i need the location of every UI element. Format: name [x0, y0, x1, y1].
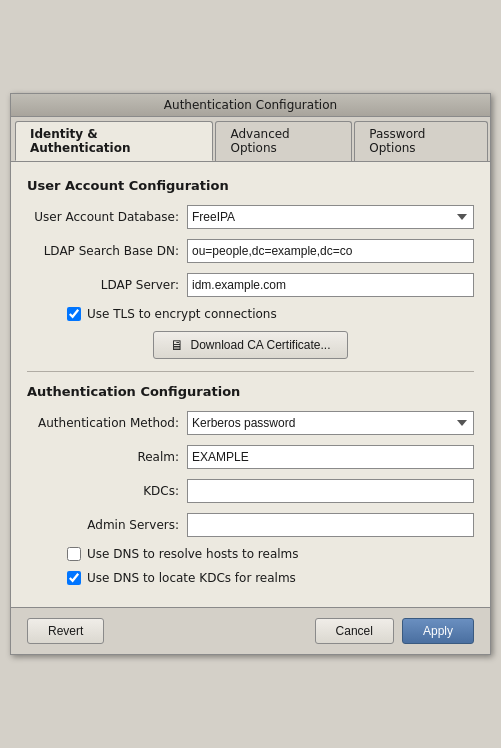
dns-kdcs-label: Use DNS to locate KDCs for realms	[87, 571, 296, 585]
section-divider	[27, 371, 474, 372]
kdcs-label: KDCs:	[27, 484, 187, 498]
dns-realms-checkbox[interactable]	[67, 547, 81, 561]
ldap-basedn-input[interactable]	[187, 239, 474, 263]
main-window: Authentication Configuration Identity & …	[10, 93, 491, 655]
database-row: User Account Database: FreeIPA LDAP Loca…	[27, 205, 474, 229]
apply-button[interactable]: Apply	[402, 618, 474, 644]
tab-bar: Identity & Authentication Advanced Optio…	[11, 117, 490, 162]
tls-checkbox[interactable]	[67, 307, 81, 321]
tab-identity[interactable]: Identity & Authentication	[15, 121, 213, 161]
dns-kdcs-row: Use DNS to locate KDCs for realms	[67, 571, 474, 585]
ldap-server-label: LDAP Server:	[27, 278, 187, 292]
auth-config-title: Authentication Configuration	[27, 384, 474, 399]
tls-label: Use TLS to encrypt connections	[87, 307, 277, 321]
ldap-basedn-label: LDAP Search Base DN:	[27, 244, 187, 258]
database-label: User Account Database:	[27, 210, 187, 224]
cancel-button[interactable]: Cancel	[315, 618, 394, 644]
dns-realms-label: Use DNS to resolve hosts to realms	[87, 547, 299, 561]
realm-input[interactable]	[187, 445, 474, 469]
ldap-server-input[interactable]	[187, 273, 474, 297]
kdcs-input[interactable]	[187, 479, 474, 503]
titlebar: Authentication Configuration	[11, 94, 490, 117]
tls-row: Use TLS to encrypt connections	[67, 307, 474, 321]
dns-kdcs-checkbox[interactable]	[67, 571, 81, 585]
download-ca-button[interactable]: 🖥 Download CA Certificate...	[153, 331, 347, 359]
download-icon: 🖥	[170, 337, 184, 353]
tab-password[interactable]: Password Options	[354, 121, 488, 161]
realm-label: Realm:	[27, 450, 187, 464]
database-select[interactable]: FreeIPA LDAP Local	[187, 205, 474, 229]
auth-method-row: Authentication Method: Kerberos password…	[27, 411, 474, 435]
user-account-title: User Account Configuration	[27, 178, 474, 193]
user-account-section: User Account Configuration	[27, 178, 474, 193]
realm-row: Realm:	[27, 445, 474, 469]
ldap-server-row: LDAP Server:	[27, 273, 474, 297]
auth-config-section: Authentication Configuration	[27, 384, 474, 399]
dns-realms-row: Use DNS to resolve hosts to realms	[67, 547, 474, 561]
admin-servers-label: Admin Servers:	[27, 518, 187, 532]
window-title: Authentication Configuration	[164, 98, 337, 112]
button-bar: Revert Cancel Apply	[11, 607, 490, 654]
tab-advanced[interactable]: Advanced Options	[215, 121, 352, 161]
auth-method-label: Authentication Method:	[27, 416, 187, 430]
admin-servers-row: Admin Servers:	[27, 513, 474, 537]
ldap-basedn-row: LDAP Search Base DN:	[27, 239, 474, 263]
kdcs-row: KDCs:	[27, 479, 474, 503]
admin-servers-input[interactable]	[187, 513, 474, 537]
auth-method-select[interactable]: Kerberos password LDAP password Local	[187, 411, 474, 435]
tab-content: User Account Configuration User Account …	[11, 162, 490, 607]
revert-button[interactable]: Revert	[27, 618, 104, 644]
